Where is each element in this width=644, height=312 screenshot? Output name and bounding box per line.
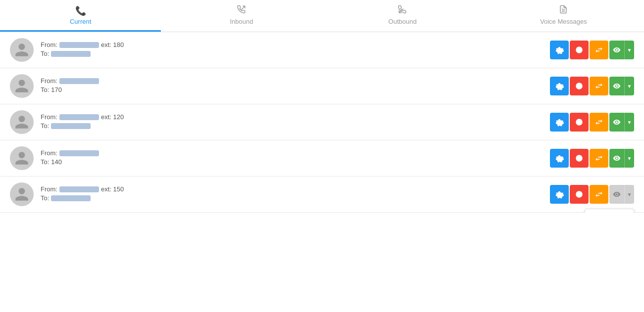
transfer-button[interactable] — [590, 41, 608, 59]
call-info: From: ext: 150 To: — [41, 185, 550, 203]
monitor-arrow-button-active[interactable]: ▼ — [624, 185, 634, 204]
outbound-icon — [398, 5, 407, 16]
monitor-arrow-button[interactable]: ▼ — [624, 113, 634, 132]
to-text: 140 — [51, 158, 62, 166]
ext-text: ext: 120 — [101, 113, 124, 121]
tab-outbound-label: Outbound — [389, 18, 417, 25]
ext-text: ext: 150 — [101, 185, 124, 193]
action-buttons: ▼ Listen Whisper Barge — [550, 185, 634, 204]
to-value — [51, 51, 91, 57]
to-value — [51, 123, 91, 129]
call-row-wrapper-5: From: ext: 150 To: — [0, 177, 644, 213]
table-row: From: To: 140 — [0, 140, 644, 177]
from-value — [59, 42, 99, 48]
monitor-split-button: ▼ — [609, 149, 634, 168]
pickup-button[interactable] — [550, 149, 569, 168]
table-row: From: To: 170 — [0, 68, 644, 104]
tab-bar: 📞 Current Inbound Outbound — [0, 0, 644, 32]
tab-current-label: Current — [70, 18, 91, 25]
pickup-button[interactable] — [550, 41, 569, 59]
transfer-button[interactable] — [590, 185, 608, 204]
to-label: To: — [41, 122, 49, 130]
monitor-split-button: ▼ — [609, 77, 634, 95]
to-text: 170 — [51, 86, 62, 93]
from-label: From: — [41, 77, 57, 85]
to-line: To: 140 — [41, 158, 550, 166]
monitor-main-button[interactable] — [609, 149, 624, 168]
from-line: From: — [41, 149, 550, 157]
tab-voicemail-label: Voice Messages — [540, 18, 587, 25]
tab-inbound-label: Inbound — [230, 18, 253, 25]
hangup-button[interactable] — [570, 185, 589, 204]
hangup-button[interactable] — [570, 149, 589, 168]
avatar — [10, 110, 34, 134]
call-row-wrapper-4: From: To: 140 — [0, 140, 644, 177]
pickup-button[interactable] — [550, 185, 569, 204]
action-buttons: ▼ — [550, 113, 634, 132]
from-label: From: — [41, 149, 57, 157]
table-row: From: ext: 180 To: — [0, 32, 644, 68]
inbound-icon — [237, 5, 246, 16]
transfer-button[interactable] — [590, 149, 608, 168]
from-label: From: — [41, 41, 57, 48]
call-row-wrapper-1: From: ext: 180 To: — [0, 32, 644, 68]
avatar — [10, 38, 34, 62]
to-line: To: — [41, 50, 550, 57]
hangup-button[interactable] — [570, 113, 589, 132]
avatar — [10, 146, 34, 170]
monitor-main-button[interactable] — [609, 77, 624, 95]
transfer-button[interactable] — [590, 113, 608, 132]
call-info: From: To: 170 — [41, 77, 550, 95]
pickup-button[interactable] — [550, 77, 569, 95]
action-buttons: ▼ — [550, 149, 634, 168]
monitor-main-button-active[interactable] — [609, 185, 624, 204]
from-line: From: ext: 180 — [41, 41, 550, 48]
to-line: To: — [41, 194, 550, 202]
to-value — [51, 195, 91, 201]
monitor-dropdown-menu: Listen Whisper Barge — [585, 209, 634, 213]
call-list: From: ext: 180 To: — [0, 32, 644, 213]
monitor-split-button: ▼ — [609, 41, 634, 59]
monitor-arrow-button[interactable]: ▼ — [624, 41, 634, 59]
tab-inbound[interactable]: Inbound — [161, 0, 322, 32]
hangup-button[interactable] — [570, 77, 589, 95]
monitor-split-button: ▼ — [609, 113, 634, 132]
hangup-button[interactable] — [570, 41, 589, 59]
from-line: From: ext: 150 — [41, 185, 550, 193]
from-line: From: — [41, 77, 550, 85]
action-buttons: ▼ — [550, 77, 634, 95]
from-value — [59, 114, 99, 120]
svg-line-0 — [241, 6, 245, 10]
to-label: To: — [41, 194, 49, 202]
to-label: To: — [41, 158, 49, 166]
to-label: To: — [41, 50, 49, 57]
from-value — [59, 150, 99, 156]
avatar — [10, 182, 34, 206]
to-line: To: — [41, 122, 550, 130]
tab-outbound[interactable]: Outbound — [322, 0, 483, 32]
dropdown-item-listen[interactable]: Listen — [585, 209, 634, 213]
to-line: To: 170 — [41, 86, 550, 93]
monitor-main-button[interactable] — [609, 41, 624, 59]
from-label: From: — [41, 113, 57, 121]
call-row-wrapper-2: From: To: 170 — [0, 68, 644, 104]
from-value — [59, 78, 99, 84]
call-info: From: ext: 180 To: — [41, 41, 550, 59]
from-line: From: ext: 120 — [41, 113, 550, 121]
pickup-button[interactable] — [550, 113, 569, 132]
tab-voicemail[interactable]: Voice Messages — [483, 0, 644, 32]
monitor-main-button[interactable] — [609, 113, 624, 132]
monitor-arrow-button[interactable]: ▼ — [624, 149, 634, 168]
table-row: From: ext: 150 To: — [0, 177, 644, 213]
from-value — [59, 186, 99, 192]
avatar — [10, 74, 34, 98]
transfer-button[interactable] — [590, 77, 608, 95]
monitor-split-button-active: ▼ Listen Whisper Barge — [609, 185, 634, 204]
ext-text: ext: 180 — [101, 41, 124, 48]
tab-current[interactable]: 📞 Current — [0, 0, 161, 32]
from-label: From: — [41, 185, 57, 193]
monitor-arrow-button[interactable]: ▼ — [624, 77, 634, 95]
call-info: From: To: 140 — [41, 149, 550, 167]
call-info: From: ext: 120 To: — [41, 113, 550, 131]
table-row: From: ext: 120 To: — [0, 104, 644, 140]
